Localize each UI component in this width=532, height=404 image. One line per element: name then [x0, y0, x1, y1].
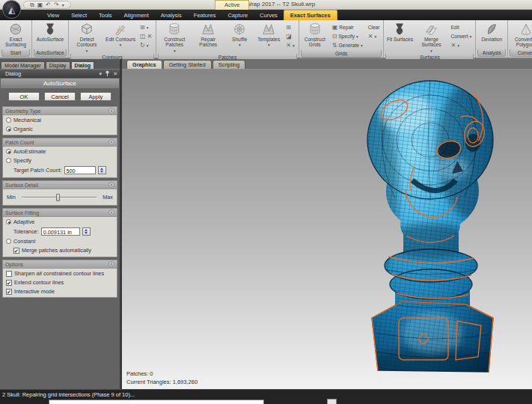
sharpen-checkbox[interactable]: [6, 271, 12, 277]
construct-patches-button[interactable]: Construct Patches ▾: [158, 21, 191, 53]
mechanical-radio[interactable]: [6, 117, 11, 123]
contour-tool-button[interactable]: ◫✕: [138, 32, 154, 40]
adaptive-radio[interactable]: [6, 219, 11, 224]
edit-surfaces-button[interactable]: Edit: [448, 23, 474, 31]
menu-features[interactable]: Features: [188, 10, 222, 20]
menu-capture[interactable]: Capture: [221, 10, 254, 20]
menu-select[interactable]: Select: [65, 10, 93, 20]
skull-model[interactable]: [361, 79, 507, 378]
autoestimate-radio[interactable]: [6, 149, 11, 154]
shuffle-button[interactable]: Shuffle ▾: [225, 21, 254, 48]
autosurface-button[interactable]: AutoSurface: [34, 21, 67, 42]
collapse-icon[interactable]: ∧: [108, 139, 114, 145]
status-bar: 2 Skull: Repairing grid intersections (P…: [0, 389, 532, 404]
collapse-icon[interactable]: ∧: [108, 108, 114, 114]
repair-patches-button[interactable]: Repair Patches: [192, 21, 224, 48]
menu-curves[interactable]: Curves: [254, 10, 284, 20]
radio-row-organic[interactable]: Organic: [3, 124, 117, 135]
repair-icon: ▣: [332, 25, 338, 31]
radio-row-specify[interactable]: Specify: [3, 156, 117, 165]
convert-surfaces-button[interactable]: Convert▾: [448, 32, 474, 40]
surface-detail-slider[interactable]: [22, 197, 97, 198]
interactive-row[interactable]: ✔ Interactive mode: [3, 287, 117, 297]
cancel-button[interactable]: Cancel: [44, 92, 76, 101]
specify-radio[interactable]: [6, 158, 11, 163]
merge-surfaces-button[interactable]: Merge Surfaces ▾: [415, 21, 447, 53]
menu-tools[interactable]: Tools: [93, 10, 118, 20]
geomagic-logo-icon[interactable]: ◭: [2, 0, 21, 19]
menu-exact-surfaces[interactable]: Exact Surfaces: [284, 10, 337, 20]
sharpen-row[interactable]: Sharpen all constrained contour lines: [3, 269, 117, 278]
section-header[interactable]: Geometry Type ∧: [3, 107, 117, 115]
merge-patches-row[interactable]: ✔ Merge patches automatically: [3, 245, 117, 257]
edit-contours-button[interactable]: Edit Contours ▾: [104, 21, 137, 48]
organic-radio[interactable]: [6, 126, 11, 132]
radio-row-mechanical[interactable]: Mechanical: [3, 115, 117, 124]
extend-row[interactable]: ✔ Extend contour lines: [3, 278, 117, 287]
tab-display[interactable]: Display: [46, 61, 70, 69]
fit-surfaces-button[interactable]: Fit Surfaces: [385, 21, 414, 42]
radio-row-autoestimate[interactable]: AutoEstimate: [3, 147, 117, 156]
menu-alignment[interactable]: Alignment: [118, 10, 155, 20]
3d-canvas[interactable]: Patches: 0 Current Triangles: 1,693,260: [122, 70, 532, 389]
collapse-icon[interactable]: ∧: [108, 182, 114, 188]
button-label: AutoSurface: [37, 37, 64, 42]
contextual-group-label: Active: [215, 0, 249, 10]
templates-button[interactable]: Templates ▾: [254, 21, 283, 48]
panel-header-title: Dialog: [5, 71, 97, 77]
tolerance-stepper[interactable]: [82, 227, 91, 236]
tab-scripting[interactable]: Scripting: [213, 60, 245, 69]
detect-contours-icon: [80, 22, 94, 36]
button-label: Fit Surfaces: [387, 37, 413, 42]
generate-grids-button[interactable]: ⇅Generate▾: [330, 41, 365, 49]
extend-checkbox[interactable]: ✔: [6, 280, 12, 286]
patch-tool-button[interactable]: ◪: [284, 32, 296, 40]
tab-dialog[interactable]: Dialog: [71, 61, 94, 69]
patches-count: Patches: 0: [126, 370, 198, 379]
constant-radio[interactable]: [6, 239, 11, 244]
viewport-tab-strip: Graphics Getting Started Scripting: [122, 59, 532, 70]
tab-getting-started[interactable]: Getting Started: [163, 60, 212, 69]
tab-graphics[interactable]: Graphics: [126, 60, 162, 69]
detect-contours-button[interactable]: Detect Contours ▾: [70, 21, 103, 53]
delete-grids-button[interactable]: ✕▾: [366, 32, 382, 40]
merge-patches-checkbox[interactable]: ✔: [13, 248, 19, 254]
tab-model-manager[interactable]: Model Manager: [1, 61, 45, 69]
button-label: Convert: [450, 34, 468, 39]
section-header[interactable]: Options ∧: [3, 260, 117, 269]
ok-button[interactable]: OK: [8, 92, 40, 101]
exact-surfacing-button[interactable]: Exact Surfacing: [1, 21, 30, 48]
section-header[interactable]: Patch Count ∧: [3, 138, 117, 147]
menu-analysis[interactable]: Analysis: [155, 10, 188, 20]
target-patch-count-stepper[interactable]: [98, 166, 106, 174]
section-header[interactable]: Surface Fitting ∧: [3, 209, 117, 217]
chevron-down-icon[interactable]: ▾: [100, 71, 103, 76]
convert-to-polygons-button[interactable]: Convert to Polygons: [510, 21, 532, 48]
contour-tool-button[interactable]: ↻▾: [138, 41, 154, 49]
collapse-icon[interactable]: ∧: [108, 261, 114, 267]
radio-row-adaptive[interactable]: Adaptive: [3, 217, 117, 226]
contour-tool-button[interactable]: ⊞▾: [138, 23, 154, 31]
patch-tool-button[interactable]: ⊞: [284, 23, 296, 31]
tolerance-field[interactable]: 0.009131 in: [41, 227, 80, 236]
target-patch-count-field[interactable]: 500: [64, 166, 96, 174]
repair-grids-button[interactable]: ▣Repair: [330, 23, 365, 31]
radio-label: Organic: [13, 126, 33, 132]
section-header[interactable]: Surface Detail ∧: [3, 181, 117, 189]
pin-icon[interactable]: [105, 70, 110, 77]
patch-delete-button[interactable]: ✕▾: [284, 41, 296, 49]
delete-surfaces-button[interactable]: ✕▾: [448, 41, 474, 49]
dropdown-arrow-icon: ▾: [470, 34, 472, 39]
menu-view[interactable]: View: [41, 10, 65, 20]
clear-grids-button[interactable]: Clear: [366, 23, 382, 31]
deviation-button[interactable]: Deviation: [477, 21, 506, 42]
apply-button[interactable]: Apply: [80, 92, 111, 101]
close-icon[interactable]: ✕: [113, 71, 117, 76]
collapse-icon[interactable]: ∧: [108, 209, 114, 215]
specify-grids-button[interactable]: ⊡Specify▾: [330, 32, 365, 40]
radio-row-constant[interactable]: Constant: [3, 236, 117, 245]
slider-handle[interactable]: [56, 194, 60, 201]
section-surface-detail: Surface Detail ∧ Min Max: [2, 180, 117, 206]
interactive-checkbox[interactable]: ✔: [6, 289, 12, 295]
construct-grids-button[interactable]: Construct Grids: [301, 21, 329, 48]
